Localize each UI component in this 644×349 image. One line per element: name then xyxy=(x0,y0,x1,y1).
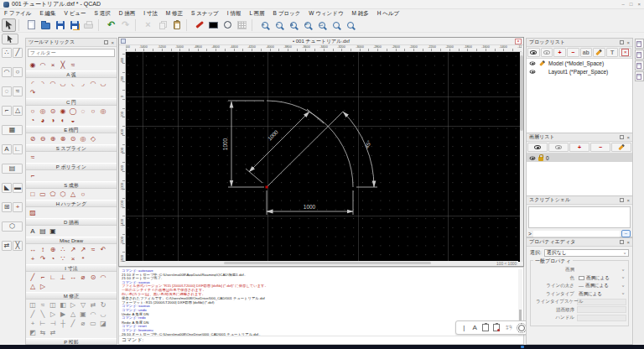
tool-icon[interactable]: ⌐ xyxy=(38,273,48,282)
tool-icon[interactable]: ⊘ xyxy=(28,134,38,143)
tool-icon[interactable]: ◑ xyxy=(48,116,58,125)
tool-icon[interactable]: ≈ xyxy=(28,153,38,162)
menu-item[interactable]: S スナップ xyxy=(187,9,223,18)
tool-icon[interactable]: ⌀ xyxy=(78,273,88,282)
tool-icon[interactable]: ⊢ xyxy=(38,319,48,328)
menu-item[interactable]: S 選択 xyxy=(91,9,115,18)
tool-icon[interactable]: ◠ xyxy=(88,79,98,88)
menu-item[interactable]: B ブロック xyxy=(269,9,305,18)
tool-icon[interactable]: ↗ xyxy=(68,245,78,254)
tool-icon[interactable]: ⊖ xyxy=(38,134,48,143)
tool-icon[interactable]: ⇄ xyxy=(48,328,58,337)
tool-icon[interactable]: ▶ xyxy=(58,310,68,319)
menu-item[interactable]: E 編集 xyxy=(35,9,60,18)
snap-tools-button[interactable]: + xyxy=(13,202,23,212)
grid-toggle-button[interactable] xyxy=(235,18,249,32)
tool-icon[interactable]: ↶ xyxy=(98,245,108,254)
canvas-v-scrollbar[interactable] xyxy=(520,52,523,262)
tool-icon[interactable]: ◯ xyxy=(68,107,78,116)
tool-icon[interactable]: ◩ xyxy=(28,328,38,337)
tool-icon[interactable]: ◠ xyxy=(38,60,48,70)
ellipse-tools-button[interactable]: ◌ xyxy=(2,86,12,96)
tool-section-header[interactable]: M 修正 xyxy=(26,292,117,300)
menu-item[interactable]: M 雑多 xyxy=(348,9,373,18)
tool-icon[interactable]: ◞ xyxy=(78,79,88,88)
remove-layer-button[interactable]: − xyxy=(590,143,610,152)
tool-section-header[interactable]: P 投影 xyxy=(26,338,117,344)
dock-toggle-button-4[interactable] xyxy=(635,71,644,81)
dock-toggle-button-1[interactable] xyxy=(635,39,644,49)
tool-icon[interactable]: ╳ xyxy=(58,60,68,70)
minimize-button[interactable]: – xyxy=(622,2,625,7)
tool-icon[interactable]: ⇄ xyxy=(88,300,98,310)
hide-all-layers-button[interactable] xyxy=(548,143,569,152)
menu-item[interactable]: D 描画 xyxy=(115,9,140,18)
maximize-button[interactable]: □ xyxy=(630,2,633,7)
tool-icon[interactable]: △ xyxy=(28,282,38,291)
tool-icon[interactable]: ◠ xyxy=(48,79,58,88)
tool-icon[interactable]: ∵ xyxy=(58,254,68,263)
command-input[interactable] xyxy=(143,337,521,344)
tool-icon[interactable]: ▷ xyxy=(38,282,48,291)
tool-icon[interactable]: ◠ xyxy=(88,310,98,319)
selection-dropdown[interactable]: 選択なし ∨ xyxy=(544,249,629,257)
show-all-blocks-button[interactable] xyxy=(527,48,540,57)
tool-icon[interactable]: ⊙ xyxy=(88,273,98,282)
spline-tools-button[interactable]: ≈ xyxy=(13,86,23,96)
tool-icon[interactable]: ⬡ xyxy=(58,190,68,199)
window-zoom-button[interactable]: ▭ xyxy=(314,18,329,32)
reference-point[interactable] xyxy=(266,186,268,189)
zoom-out-button[interactable]: − xyxy=(272,18,286,32)
zoom-in-button[interactable]: + xyxy=(257,18,272,32)
tool-icon[interactable]: ⊗ xyxy=(58,134,68,143)
tool-icon[interactable]: ◪ xyxy=(98,319,108,328)
radius-line-entity[interactable] xyxy=(267,112,343,187)
show-all-layers-button[interactable] xyxy=(527,143,548,152)
float-panel-icon[interactable] xyxy=(620,240,624,244)
point-tools-button[interactable]: ∴ xyxy=(2,48,12,58)
circle-tools-button[interactable]: ○ xyxy=(13,67,23,77)
tool-icon[interactable]: ◜ xyxy=(28,79,38,88)
menu-item[interactable]: W ウィンドウ xyxy=(304,9,347,18)
zoom-selection-button[interactable] xyxy=(343,18,357,32)
tool-icon[interactable]: ◡ xyxy=(98,310,108,319)
layer-list-item[interactable]: 0 xyxy=(527,154,632,162)
script-shell-input[interactable] xyxy=(533,231,620,237)
tool-icon[interactable]: ▷ xyxy=(68,300,78,310)
block-list-item[interactable]: Model (*Model_Space) xyxy=(527,59,632,67)
visibility-icon[interactable] xyxy=(530,156,536,159)
visibility-icon[interactable] xyxy=(530,61,536,65)
tool-icon[interactable]: A xyxy=(28,227,38,236)
dimension-tools-button[interactable]: ∟ xyxy=(13,144,23,154)
shape-tools-button[interactable]: △ xyxy=(13,106,23,116)
tool-icon[interactable]: ◐ xyxy=(58,116,68,125)
close-panel-icon[interactable]: × xyxy=(626,198,630,203)
drawing-preferences-button[interactable] xyxy=(192,18,206,32)
tool-icon[interactable]: ↔ xyxy=(68,273,78,282)
edit-block-button[interactable] xyxy=(593,48,605,57)
tool-icon[interactable]: ↷ xyxy=(38,254,48,263)
delete-block-button[interactable]: × xyxy=(619,48,631,57)
dim-aligned-line[interactable] xyxy=(249,112,309,172)
solid-tools-button[interactable]: ⬡ xyxy=(2,221,23,232)
redo-button[interactable]: ↷ xyxy=(118,18,132,32)
pan-zoom-button[interactable] xyxy=(329,18,343,32)
visibility-icon[interactable] xyxy=(530,70,536,73)
tool-section-header[interactable]: E 楕円 xyxy=(26,126,117,133)
tool-icon[interactable]: ⊙ xyxy=(48,107,58,116)
tool-section-header[interactable]: I 寸法 xyxy=(26,264,117,272)
selection-tool-button[interactable] xyxy=(2,18,16,32)
property-value[interactable] xyxy=(577,299,626,305)
property-value[interactable] xyxy=(577,315,626,321)
tool-icon[interactable]: ◫ xyxy=(48,300,58,310)
tool-icon[interactable]: + xyxy=(28,254,38,263)
dim-angular-arc[interactable] xyxy=(343,112,374,187)
tool-icon[interactable]: ◎ xyxy=(38,107,48,116)
new-file-button[interactable] xyxy=(24,18,39,32)
tool-icon[interactable]: ↗ xyxy=(78,245,88,254)
tool-icon[interactable]: ◉ xyxy=(28,60,38,70)
tool-section-header[interactable]: P ポリライン xyxy=(26,163,117,170)
copy-log-button[interactable] xyxy=(482,322,490,333)
remove-block-button[interactable]: − xyxy=(567,48,579,57)
tool-icon[interactable]: ▭ xyxy=(38,190,48,199)
